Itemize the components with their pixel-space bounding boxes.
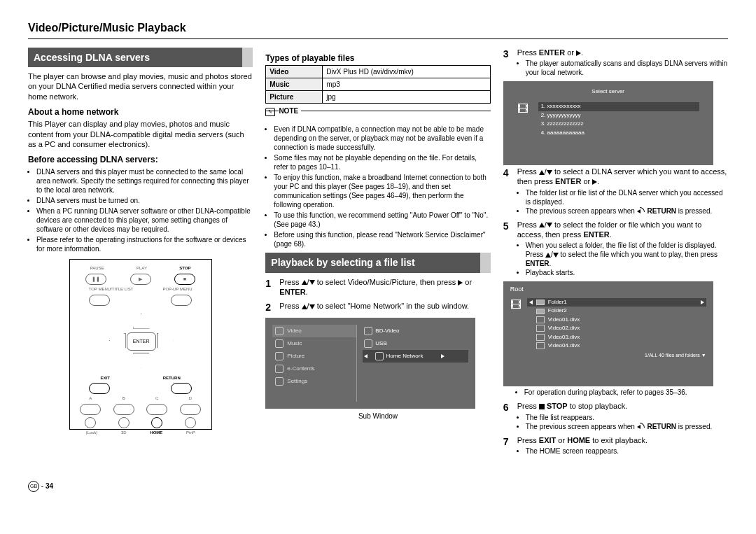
enter-text: ENTER	[555, 177, 581, 185]
text: Settings	[287, 378, 307, 385]
root-item: Folder2	[527, 307, 706, 315]
enter-text: ENTER	[279, 288, 305, 296]
return-label: RETURN	[163, 376, 181, 381]
movie-icon: 🎞	[510, 298, 522, 358]
osd-menu: Video Music Picture e-Contents Settings …	[265, 318, 475, 409]
root-item: Video04.divx	[527, 342, 706, 350]
settings-icon	[275, 377, 284, 386]
a-label: A	[89, 396, 92, 402]
text: .	[306, 288, 308, 296]
step-body: Press ENTER or . The player automaticall…	[517, 48, 728, 77]
text: Music	[287, 340, 302, 347]
types-table: VideoDivX Plus HD (avi/divx/mkv) Musicmp…	[265, 65, 490, 104]
sub-window-caption: Sub Window	[265, 412, 490, 421]
step-number: 4	[503, 167, 513, 216]
b-label: B	[122, 396, 125, 402]
up-arrow-icon	[539, 170, 545, 175]
pause-button: ❚❚	[85, 274, 106, 285]
text: Video03.divx	[548, 334, 580, 341]
text: .	[610, 230, 612, 239]
step-5: 5 Press / to select the folder or file w…	[503, 220, 728, 278]
3d-label: 3D	[121, 430, 127, 436]
step-number: 1	[265, 277, 275, 297]
root-item: Video01.divx	[527, 316, 706, 324]
movie-icon: 🎞	[517, 102, 533, 118]
page-header: Video/Picture/Music Playback	[28, 21, 728, 39]
picture-icon	[275, 352, 284, 360]
up-arrow-icon	[302, 304, 307, 309]
gb-icon: GB	[28, 481, 39, 492]
exit-text: EXIT	[539, 436, 556, 444]
root-item: Video03.divx	[527, 333, 706, 342]
before-access-head: Before accessing DLNA servers:	[28, 155, 253, 166]
osd-right-list: BD-Video USB Home Network	[357, 325, 468, 402]
down-arrow-icon	[309, 304, 315, 309]
stop-text: STOP	[547, 402, 568, 410]
step-number: 6	[503, 401, 513, 430]
right-arrow-icon	[576, 50, 581, 56]
down-arrow-icon	[547, 223, 552, 227]
step-number: 3	[503, 48, 513, 77]
list-item: The file list reappears.	[526, 413, 728, 422]
folder-icon	[536, 309, 545, 314]
topmenu-button	[89, 295, 110, 306]
step-number: 2	[265, 301, 275, 314]
list-item: DLNA servers and this player must be con…	[36, 167, 253, 195]
lock-button	[85, 417, 96, 428]
osd-root: Root 🎞 Folder1 Folder2 Video01.divx Vide…	[503, 281, 713, 386]
osd-item-usb: USB	[363, 337, 468, 350]
step-number: 5	[503, 220, 513, 278]
text: to stop playback.	[568, 402, 628, 410]
osd-item-bdvideo: BD-Video	[363, 325, 468, 337]
up-arrow-icon	[545, 253, 551, 258]
text: is pressed.	[676, 207, 712, 215]
stop-label: STOP	[179, 266, 190, 272]
osd-select-server: Select server 🎞 1. xxxxxxxxxxxx 2. yyyyy…	[503, 81, 713, 165]
exit-button	[89, 383, 110, 394]
list-item: When you select a folder, the file list …	[526, 241, 728, 268]
up-arrow-icon	[302, 280, 307, 285]
root-item: Video02.divx	[527, 324, 706, 332]
right-arrow-icon	[701, 300, 704, 304]
down-arrow-icon	[553, 253, 559, 258]
text: Folder1	[548, 299, 567, 306]
page-number-value: 34	[46, 482, 53, 490]
server-item: 1. xxxxxxxxxxxx	[538, 102, 699, 111]
step-7: 7 Press EXIT or HOME to exit playback. T…	[503, 435, 728, 456]
3d-button	[118, 417, 130, 428]
step5-extra: For operation during playback, refer to …	[516, 388, 728, 397]
section-accessing: Accessing DLNA servers	[28, 48, 253, 67]
text: USB	[375, 340, 386, 347]
list-item: Playback starts.	[526, 268, 728, 277]
stop-button: ■	[174, 274, 195, 285]
table-cell: DivX Plus HD (avi/divx/mkv)	[323, 66, 490, 78]
dpad: ENTER	[102, 309, 179, 372]
text: Press	[517, 402, 539, 410]
text: Press	[517, 436, 539, 444]
note-label: NOTE	[279, 107, 301, 115]
up-arrow-icon	[133, 314, 150, 329]
osd-title: Select server	[510, 88, 706, 95]
list-item: The HOME screen reappears.	[526, 447, 728, 456]
enter-text: ENTER	[526, 260, 550, 267]
intro-text: The player can browse and play movies, m…	[28, 71, 253, 101]
text: Press	[517, 48, 539, 57]
list-item: Even if DLNA compatible, a connection ma…	[274, 125, 490, 152]
enter-button: ENTER	[127, 332, 156, 351]
column-2: Types of playable files VideoDivX Plus H…	[265, 48, 490, 460]
step-body: Press EXIT or HOME to exit playback. The…	[517, 435, 728, 456]
step-number: 7	[503, 435, 513, 456]
stop-icon	[539, 404, 545, 409]
osd-item-econtents: e-Contents	[272, 363, 356, 375]
list-item: The previous screen appears when RETURN …	[526, 206, 728, 216]
text: or	[556, 436, 567, 444]
c-label: C	[155, 396, 158, 402]
list-item: When a PC running DLNA server software o…	[36, 206, 253, 234]
return-icon	[637, 206, 645, 213]
note-list: Even if DLNA compatible, a connection ma…	[265, 125, 490, 248]
right-arrow-icon	[157, 333, 174, 349]
text: or	[465, 278, 472, 286]
d-button	[180, 404, 201, 415]
file-icon	[536, 334, 545, 341]
columns: Accessing DLNA servers The player can br…	[28, 48, 728, 460]
